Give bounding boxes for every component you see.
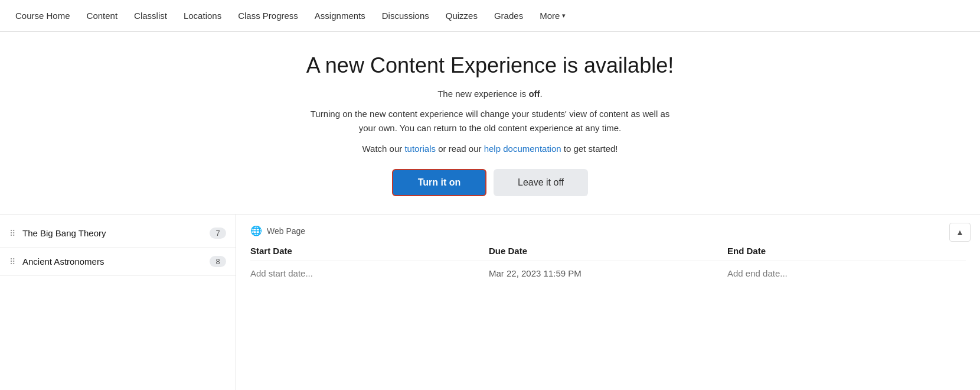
top-navigation: Course Home Content Classlist Locations … (0, 0, 980, 32)
nav-quizzes[interactable]: Quizzes (437, 0, 486, 32)
end-date-header: End Date (727, 246, 966, 256)
nav-content[interactable]: Content (79, 0, 126, 32)
page-wrapper: A new Content Experience is available! T… (0, 32, 980, 390)
status-line: The new experience is off. (12, 89, 968, 99)
due-date-value[interactable]: Mar 22, 2023 11:59 PM (489, 268, 727, 278)
nav-course-home[interactable]: Course Home (7, 0, 79, 32)
tutorials-link[interactable]: tutorials (404, 144, 436, 154)
list-item[interactable]: ⠿ The Big Bang Theory 7 (0, 219, 236, 248)
status-value: off (528, 89, 540, 99)
start-date-header: Start Date (250, 246, 489, 256)
chevron-down-icon: ▾ (562, 12, 566, 20)
course-sidebar: ⠿ The Big Bang Theory 7 ⠿ Ancient Astron… (0, 214, 236, 390)
globe-icon: 🌐 (250, 225, 262, 236)
help-documentation-link[interactable]: help documentation (484, 144, 561, 154)
sidebar-item-count: 7 (210, 228, 226, 239)
links-line: Watch our tutorials or read our help doc… (12, 144, 968, 154)
nav-grades[interactable]: Grades (486, 0, 531, 32)
nav-more[interactable]: More ▾ (531, 0, 574, 32)
banner-heading: A new Content Experience is available! (12, 53, 968, 78)
sidebar-item-title: Ancient Astronomers (22, 256, 210, 266)
drag-handle-icon: ⠿ (9, 229, 15, 238)
sidebar-item-count: 8 (210, 256, 226, 267)
list-item[interactable]: ⠿ Ancient Astronomers 8 (0, 248, 236, 276)
turn-on-button[interactable]: Turn it on (392, 169, 486, 196)
nav-class-progress[interactable]: Class Progress (230, 0, 306, 32)
due-date-header: Due Date (489, 246, 727, 256)
nav-assignments[interactable]: Assignments (306, 0, 374, 32)
nav-classlist[interactable]: Classlist (126, 0, 175, 32)
drag-handle-icon: ⠿ (9, 257, 15, 266)
collapse-button[interactable]: ▲ (949, 223, 971, 242)
web-page-label: Web Page (267, 226, 305, 236)
action-buttons: Turn it on Leave it off (12, 169, 968, 196)
bottom-area: ⠿ The Big Bang Theory 7 ⠿ Ancient Astron… (0, 214, 980, 390)
end-date-value[interactable]: Add end date... (727, 268, 966, 278)
start-date-value[interactable]: Add start date... (250, 268, 489, 278)
content-panel: ▲ 🌐 Web Page Start Date Due Date End Dat… (236, 214, 980, 390)
new-experience-banner: A new Content Experience is available! T… (0, 32, 980, 214)
nav-locations[interactable]: Locations (175, 0, 230, 32)
sidebar-item-title: The Big Bang Theory (22, 228, 210, 238)
date-values-row: Add start date... Mar 22, 2023 11:59 PM … (250, 268, 966, 278)
banner-description: Turning on the new content experience wi… (301, 107, 679, 135)
web-page-row: 🌐 Web Page (250, 225, 966, 236)
leave-off-button[interactable]: Leave it off (494, 169, 588, 196)
nav-discussions[interactable]: Discussions (374, 0, 437, 32)
date-headers-row: Start Date Due Date End Date (250, 246, 966, 261)
